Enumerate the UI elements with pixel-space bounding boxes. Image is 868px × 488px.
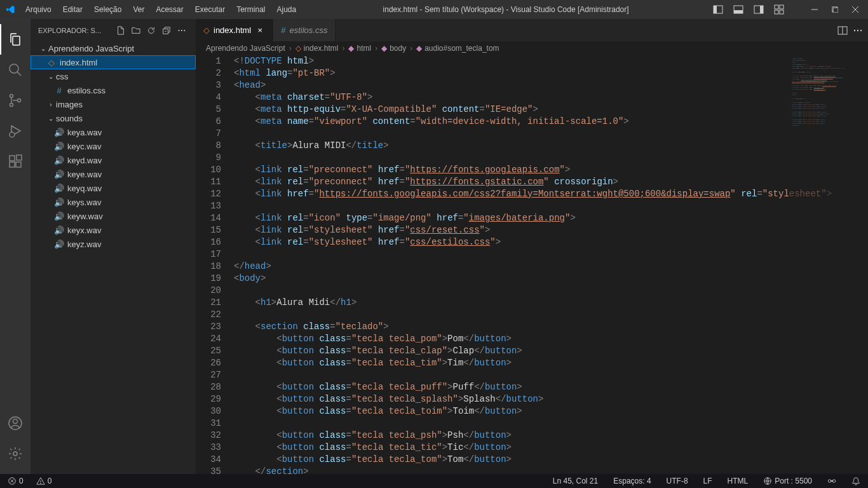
tree-item-sounds[interactable]: ⌄sounds <box>31 111 196 125</box>
status-errors[interactable]: 0 <box>5 477 26 485</box>
tree-item-css[interactable]: ⌄css <box>31 69 196 83</box>
tree-item-keyz-wav[interactable]: 🔊keyz.wav <box>31 237 196 251</box>
tree-item-keye-wav[interactable]: 🔊keye.wav <box>31 167 196 181</box>
tree-item-keyd-wav[interactable]: 🔊keyd.wav <box>31 153 196 167</box>
more-actions-icon[interactable] <box>853 25 863 36</box>
tree-item-label: images <box>56 100 83 109</box>
audio-file-icon: 🔊 <box>53 142 65 151</box>
status-bar: 0 0 Ln 45, Col 21 Espaços: 4 UTF-8 LF HT… <box>0 474 868 488</box>
menu-terminal[interactable]: Terminal <box>231 3 270 17</box>
new-folder-icon[interactable] <box>130 24 142 37</box>
minimap[interactable]: <!DOCTYPE html><html lang="pt-BR"><head>… <box>789 55 859 474</box>
activity-source-control[interactable] <box>0 85 31 116</box>
activity-accounts[interactable] <box>0 408 31 438</box>
audio-file-icon: 🔊 <box>53 226 65 235</box>
tree-root[interactable]: ⌄ Aprendendo JavaScript <box>31 41 196 55</box>
status-indentation[interactable]: Espaços: 4 <box>611 477 653 485</box>
tree-item-images[interactable]: ›images <box>31 97 196 111</box>
minimize-button[interactable] <box>807 2 822 17</box>
tree-item-index-html[interactable]: ◇index.html <box>31 55 196 69</box>
tree-item-keyw-wav[interactable]: 🔊keyw.wav <box>31 209 196 223</box>
customize-layout-icon[interactable] <box>771 2 787 17</box>
svg-point-35 <box>857 29 858 30</box>
menu-ajuda[interactable]: Ajuda <box>272 3 302 17</box>
audio-file-icon: 🔊 <box>53 170 65 179</box>
svg-rect-23 <box>16 162 21 167</box>
svg-rect-21 <box>10 156 15 161</box>
file-tree: ⌄ Aprendendo JavaScript ◇index.html⌄css#… <box>31 41 196 474</box>
menu-acessar[interactable]: Acessar <box>151 3 188 17</box>
status-language[interactable]: HTML <box>725 477 751 485</box>
activity-run-debug[interactable] <box>0 116 31 146</box>
status-encoding[interactable]: UTF-8 <box>664 477 691 485</box>
svg-rect-24 <box>17 155 22 160</box>
audio-file-icon: 🔊 <box>53 128 65 137</box>
layout-sidebar-left-icon[interactable] <box>710 2 726 17</box>
tree-item-keya-wav[interactable]: 🔊keya.wav <box>31 125 196 139</box>
close-button[interactable] <box>848 2 863 17</box>
layout-sidebar-right-icon[interactable] <box>751 2 766 17</box>
breadcrumb-item[interactable]: ◇ index.html <box>295 44 339 53</box>
tree-item-label: estilos.css <box>67 86 105 95</box>
menu-ver[interactable]: Ver <box>128 3 149 17</box>
more-icon[interactable] <box>175 24 188 37</box>
close-tab-icon[interactable]: × <box>255 25 265 36</box>
audio-file-icon: 🔊 <box>53 198 65 207</box>
breadcrumb-item[interactable]: ◆ audio#som_tecla_tom <box>416 44 499 53</box>
html-file-icon: ◇ <box>203 25 210 35</box>
tree-item-label: keyz.wav <box>67 240 101 249</box>
svg-point-15 <box>10 64 18 73</box>
activity-settings[interactable] <box>0 438 31 469</box>
tab-label: index.html <box>214 25 251 35</box>
new-file-icon[interactable] <box>114 24 127 37</box>
explorer-title: EXPLORADOR: S... <box>38 27 114 34</box>
tree-item-estilos-css[interactable]: #estilos.css <box>31 83 196 97</box>
code-content[interactable]: <!DOCTYPE html><html lang="pt-BR"><head>… <box>234 55 868 474</box>
explorer-sidebar: EXPLORADOR: S... ⌄ Aprendendo JavaScript… <box>31 19 196 474</box>
svg-point-27 <box>13 452 17 456</box>
menu-executar[interactable]: Executar <box>190 3 230 17</box>
breadcrumb-item[interactable]: ◆ html <box>348 44 371 53</box>
activity-extensions[interactable] <box>0 146 31 177</box>
menu-seleção[interactable]: Seleção <box>89 3 126 17</box>
tree-item-label: index.html <box>60 58 97 67</box>
window-title: index.html - Sem título (Workspace) - Vi… <box>301 5 710 14</box>
tab-estilos-css[interactable]: #estilos.css <box>273 19 336 41</box>
refresh-icon[interactable] <box>145 24 158 37</box>
status-live-server[interactable]: Port : 5500 <box>761 477 815 485</box>
activity-search[interactable] <box>0 55 31 85</box>
split-editor-icon[interactable] <box>837 25 848 36</box>
activity-explorer[interactable] <box>0 24 31 55</box>
tree-item-label: css <box>56 72 69 81</box>
status-warnings[interactable]: 0 <box>34 477 55 485</box>
tree-item-label: keys.wav <box>67 198 101 207</box>
status-notifications-icon[interactable] <box>849 477 863 485</box>
svg-rect-5 <box>760 6 763 13</box>
maximize-button[interactable] <box>827 2 843 17</box>
menu-arquivo[interactable]: Arquivo <box>20 3 57 17</box>
code-editor[interactable]: 1234567891011121314151617181920212223242… <box>196 55 868 474</box>
svg-point-30 <box>181 29 182 30</box>
breadcrumbs[interactable]: Aprendendo JavaScript›◇ index.html›◆ htm… <box>196 41 868 55</box>
tree-item-label: keye.wav <box>67 170 102 179</box>
breadcrumb-item[interactable]: Aprendendo JavaScript <box>206 44 285 53</box>
tree-item-keyq-wav[interactable]: 🔊keyq.wav <box>31 181 196 195</box>
audio-file-icon: 🔊 <box>53 156 65 165</box>
breadcrumb-item[interactable]: ◆ body <box>381 44 406 53</box>
chevron-icon: › <box>46 101 56 108</box>
tree-item-label: keyw.wav <box>67 212 103 221</box>
tree-item-keyx-wav[interactable]: 🔊keyx.wav <box>31 223 196 237</box>
status-eol[interactable]: LF <box>701 477 715 485</box>
tree-item-keys-wav[interactable]: 🔊keys.wav <box>31 195 196 209</box>
tree-item-label: keya.wav <box>67 128 102 137</box>
status-cursor-position[interactable]: Ln 45, Col 21 <box>550 477 600 485</box>
menu-editar[interactable]: Editar <box>58 3 88 17</box>
tab-index-html[interactable]: ◇index.html× <box>196 19 273 41</box>
layout-panel-icon[interactable] <box>731 2 746 17</box>
collapse-all-icon[interactable] <box>160 24 173 37</box>
svg-point-19 <box>18 99 21 102</box>
audio-file-icon: 🔊 <box>53 240 65 249</box>
tree-item-keyc-wav[interactable]: 🔊keyc.wav <box>31 139 196 153</box>
status-feedback-icon[interactable] <box>825 477 839 485</box>
svg-line-16 <box>17 72 21 76</box>
